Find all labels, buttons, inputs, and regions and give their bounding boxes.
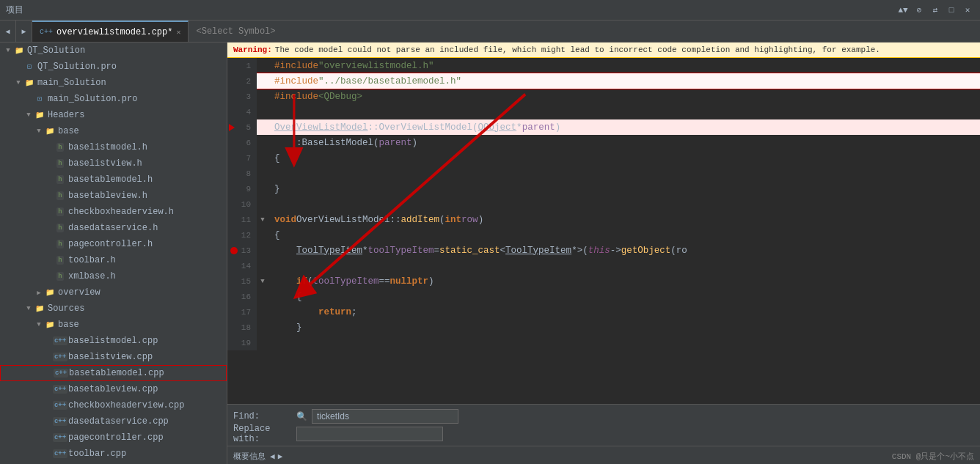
- sidebar-item-checkboxheaderview-cpp[interactable]: c++ checkboxheaderview.cpp: [0, 397, 227, 413]
- sidebar-item-base-src[interactable]: ▼ 📁 base: [0, 317, 227, 333]
- fold-16: [257, 289, 268, 304]
- bottom-bar: 概要信息 ◀ ▶ CSDN @只是个~小不点: [227, 446, 980, 464]
- sidebar-item-dasedataservice-cpp[interactable]: c++ dasedataservice.cpp: [0, 413, 227, 430]
- sidebar-item-main-solution-pro[interactable]: ⊡ main_Solution.pro: [0, 91, 227, 107]
- sidebar-item-baselistmodel-h[interactable]: h baselistmodel.h: [0, 139, 227, 155]
- sidebar-item-baselistview-h[interactable]: h baselistview.h: [0, 155, 227, 172]
- line-number-19: 19: [227, 335, 257, 350]
- line-content-2: #include "../base/basetablemodel.h": [268, 73, 980, 89]
- sidebar-item-sources-label[interactable]: ▼ 📁 Sources: [0, 301, 227, 317]
- file-icon-toolbar-cpp: c++: [54, 448, 66, 460]
- line-number-17: 17: [227, 304, 257, 320]
- line-content-14: [268, 258, 980, 273]
- line-number-11: 11: [227, 212, 257, 227]
- nav-buttons: ◀ ▶: [270, 452, 282, 461]
- file-icon-toolbar-h: h: [54, 254, 66, 266]
- tab-bar: ◀ ▶ c++ overviewlistmodel.cpp* ✕ <Select…: [0, 21, 980, 43]
- sidebar-item-main-solution[interactable]: ▼ 📁 main_Solution: [0, 75, 227, 91]
- sidebar-label-qt-solution-pro: QT_Solution.pro: [37, 62, 117, 72]
- code-line-15: 15▼ if (toolTypeItem == nullptr): [227, 273, 980, 289]
- fold-6: [257, 135, 268, 150]
- line-content-12: {: [268, 227, 980, 243]
- sidebar-item-overview-header[interactable]: ▶ 📁 overview: [0, 284, 227, 301]
- tree-arrow-qt-solution: ▼: [3, 45, 13, 56]
- sidebar-label-toolbar-cpp: toolbar.cpp: [68, 449, 126, 459]
- link-icon[interactable]: ⇄: [929, 4, 942, 17]
- line-number-18: 18: [227, 320, 257, 335]
- filter-icon[interactable]: ⊘: [913, 4, 926, 17]
- replace-input[interactable]: [296, 427, 443, 441]
- watermark: CSDN @只是个~小不点: [892, 451, 974, 462]
- code-line-7: 7{: [227, 150, 980, 166]
- sidebar-item-basetableview-h[interactable]: h basetableview.h: [0, 188, 227, 204]
- replace-row: Replace with:: [233, 425, 974, 443]
- editor-container: 1#include "overviewlistmodel.h"2#include…: [227, 58, 980, 404]
- line-content-9: }: [268, 181, 980, 196]
- code-line-13: 13 ToolTypeItem *toolTypeItem = static_c…: [227, 243, 980, 258]
- file-icon-main-solution: 📁: [23, 77, 35, 89]
- code-line-16: 16 {: [227, 289, 980, 304]
- file-icon-dasedataservice-h: h: [54, 222, 66, 234]
- sidebar-label-pagecontroller-cpp: pagecontroller.cpp: [68, 432, 164, 443]
- prev-button[interactable]: ◀: [270, 452, 275, 461]
- sidebar-item-xmlbase-h[interactable]: h xmlbase.h: [0, 268, 227, 284]
- fold-10: [257, 196, 268, 212]
- overview-button[interactable]: 概要信息: [233, 451, 266, 462]
- tab-back-button[interactable]: ◀: [0, 21, 16, 42]
- close-icon[interactable]: ✕: [961, 4, 974, 17]
- file-icon-dasedataservice-cpp: c++: [54, 416, 66, 427]
- next-button[interactable]: ▶: [278, 452, 283, 461]
- tab-close-button[interactable]: ✕: [176, 28, 180, 37]
- sidebar-label-pagecontroller-h: pagecontroller.h: [68, 239, 153, 249]
- sidebar-item-qt-solution-pro[interactable]: ⊡ QT_Solution.pro: [0, 59, 227, 75]
- sidebar-label-baselistview-cpp: baselistview.cpp: [68, 352, 153, 362]
- fold-14: [257, 258, 268, 273]
- line-content-8: [268, 166, 980, 181]
- fold-11[interactable]: ▼: [257, 212, 268, 227]
- find-replace: Find: 🔍 Replace with:: [227, 405, 980, 446]
- sidebar-item-toolbar-cpp[interactable]: c++ toolbar.cpp: [0, 446, 227, 462]
- sidebar-item-basetablemodel-h[interactable]: h basetablemodel.h: [0, 172, 227, 188]
- sidebar-item-dasedataservice-h[interactable]: h dasedataservice.h: [0, 220, 227, 236]
- code-line-8: 8: [227, 166, 980, 181]
- line-number-8: 8: [227, 166, 257, 181]
- sidebar-label-basetableview-h: basetableview.h: [68, 191, 147, 201]
- code-line-3: 3#include <QDebug>: [227, 89, 980, 104]
- code-line-4: 4: [227, 104, 980, 119]
- sidebar: ▼ 📁 QT_Solution ⊡ QT_Solution.pro ▼ 📁 ma…: [0, 43, 227, 464]
- tab-forward-button[interactable]: ▶: [16, 21, 32, 42]
- active-tab[interactable]: c++ overviewlistmodel.cpp* ✕: [32, 21, 189, 42]
- select-symbol-dropdown[interactable]: <Select Symbol>: [189, 21, 282, 42]
- sidebar-item-baselistmodel-cpp[interactable]: c++ baselistmodel.cpp: [0, 333, 227, 349]
- sidebar-item-checkboxheaderview-h[interactable]: h checkboxheaderview.h: [0, 204, 227, 220]
- fold-7: [257, 150, 268, 166]
- line-content-11: void OverViewListModel::addItem(int row): [268, 212, 980, 227]
- sidebar-item-pagecontroller-h[interactable]: h pagecontroller.h: [0, 236, 227, 252]
- sort-icon[interactable]: ▲▼: [896, 4, 910, 17]
- fold-19: [257, 335, 268, 350]
- sidebar-item-basetableview-cpp[interactable]: c++ basetableview.cpp: [0, 381, 227, 397]
- project-label: 项目: [6, 4, 23, 16]
- line-content-19: [268, 335, 980, 350]
- code-line-19: 19: [227, 335, 980, 350]
- sidebar-item-toolbar-h[interactable]: h toolbar.h: [0, 252, 227, 268]
- code-line-2: 2#include "../base/basetablemodel.h": [227, 73, 980, 89]
- fold-15[interactable]: ▼: [257, 273, 268, 289]
- sidebar-item-baselistview-cpp[interactable]: c++ baselistview.cpp: [0, 349, 227, 365]
- code-line-9: 9}: [227, 181, 980, 196]
- content-area: Warning: The code model could not parse …: [227, 43, 980, 464]
- sidebar-item-qt-solution[interactable]: ▼ 📁 QT_Solution: [0, 43, 227, 59]
- fold-5: [257, 119, 268, 135]
- file-icon-basetablemodel-h: h: [54, 174, 66, 185]
- sidebar-item-base-header[interactable]: ▼ 📁 base: [0, 123, 227, 139]
- sidebar-item-headers[interactable]: ▼ 📁 Headers: [0, 107, 227, 123]
- expand-icon[interactable]: □: [945, 4, 958, 17]
- sidebar-item-basetablemodel-cpp[interactable]: c++ basetablemodel.cpp: [0, 365, 227, 381]
- code-line-14: 14: [227, 258, 980, 273]
- line-number-9: 9: [227, 181, 257, 196]
- file-icon-sources-label: 📁: [34, 303, 45, 314]
- find-input[interactable]: [312, 409, 458, 424]
- sidebar-item-pagecontroller-cpp[interactable]: c++ pagecontroller.cpp: [0, 430, 227, 446]
- file-icon-baselistmodel-h: h: [54, 141, 66, 153]
- code-editor[interactable]: 1#include "overviewlistmodel.h"2#include…: [227, 58, 980, 404]
